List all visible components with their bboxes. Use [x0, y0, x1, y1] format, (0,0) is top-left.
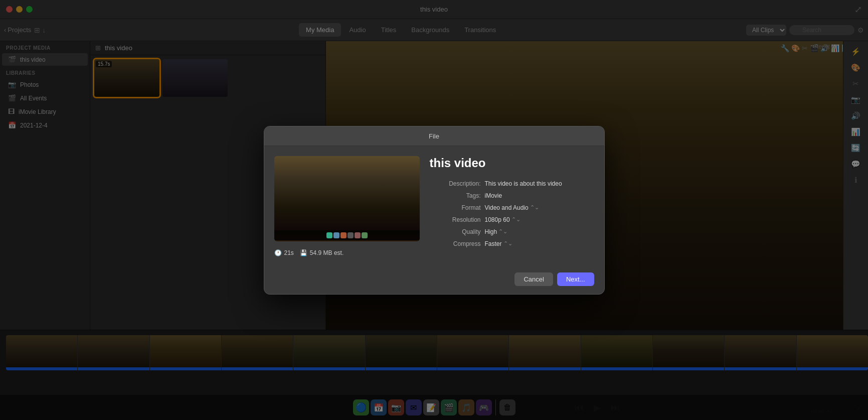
resolution-label: Resolution: [430, 216, 485, 223]
compress-label: Compress: [430, 240, 485, 247]
modal-field-tags: Tags: iMovie: [430, 190, 594, 201]
format-label: Format: [430, 204, 485, 211]
modal-right: this video Description: This video is ab…: [430, 156, 594, 256]
dock-mini-5: [355, 232, 361, 238]
dock-mini-4: [348, 232, 354, 238]
modal-header-title: File: [429, 132, 439, 140]
next-button[interactable]: Next...: [557, 272, 594, 286]
modal-info: 🕐 21s 💾 54.9 MB est.: [274, 249, 420, 256]
modal-field-resolution: Resolution 1080p 60 ⌃⌄: [430, 214, 594, 225]
compress-value: Faster: [485, 240, 502, 247]
duration-value: 21s: [284, 249, 294, 256]
format-value: Video and Audio: [485, 204, 529, 211]
dock-mini-3: [340, 232, 346, 238]
compress-chevron-icon: ⌃⌄: [503, 240, 512, 247]
format-select[interactable]: Video and Audio ⌃⌄: [485, 204, 539, 211]
size-value: 54.9 MB est.: [310, 249, 343, 256]
quality-select[interactable]: High ⌃⌄: [485, 228, 508, 235]
modal-field-quality: Quality High ⌃⌄: [430, 226, 594, 237]
description-value: This video is about this video: [485, 180, 562, 187]
tags-value: iMovie: [485, 192, 502, 199]
modal-duration: 🕐 21s: [274, 249, 294, 256]
modal-footer: Cancel Next...: [264, 266, 604, 294]
resolution-select[interactable]: 1080p 60 ⌃⌄: [485, 216, 520, 223]
format-chevron-icon: ⌃⌄: [530, 204, 539, 211]
modal-video-title: this video: [430, 156, 594, 170]
dock-mini-6: [362, 232, 368, 238]
modal-field-compress: Compress Faster ⌃⌄: [430, 238, 594, 249]
dock-mini-1: [326, 232, 332, 238]
file-icon: 💾: [300, 249, 307, 256]
description-label: Description:: [430, 180, 485, 187]
modal-preview: [274, 156, 420, 241]
compress-select[interactable]: Faster ⌃⌄: [485, 240, 512, 247]
modal-preview-image: [274, 156, 420, 230]
clock-icon: 🕐: [274, 249, 282, 256]
modal-dock-icons: [326, 232, 368, 238]
modal-field-format: Format Video and Audio ⌃⌄: [430, 202, 594, 213]
resolution-value: 1080p 60: [485, 216, 510, 223]
quality-label: Quality: [430, 228, 485, 235]
dock-mini-2: [333, 232, 339, 238]
modal-content: 🕐 21s 💾 54.9 MB est. this video Descript…: [264, 146, 604, 266]
modal-size: 💾 54.9 MB est.: [300, 249, 343, 256]
modal-field-description: Description: This video is about this vi…: [430, 178, 594, 189]
modal-header: File: [264, 126, 604, 146]
quality-value: High: [485, 228, 497, 235]
cancel-button[interactable]: Cancel: [514, 272, 553, 286]
resolution-chevron-icon: ⌃⌄: [511, 216, 520, 223]
quality-chevron-icon: ⌃⌄: [498, 228, 507, 235]
tags-label: Tags:: [430, 192, 485, 199]
modal-overlay: File: [0, 0, 868, 420]
modal-left: 🕐 21s 💾 54.9 MB est.: [274, 156, 420, 256]
export-modal: File: [264, 126, 605, 295]
modal-preview-dock: [274, 230, 420, 240]
